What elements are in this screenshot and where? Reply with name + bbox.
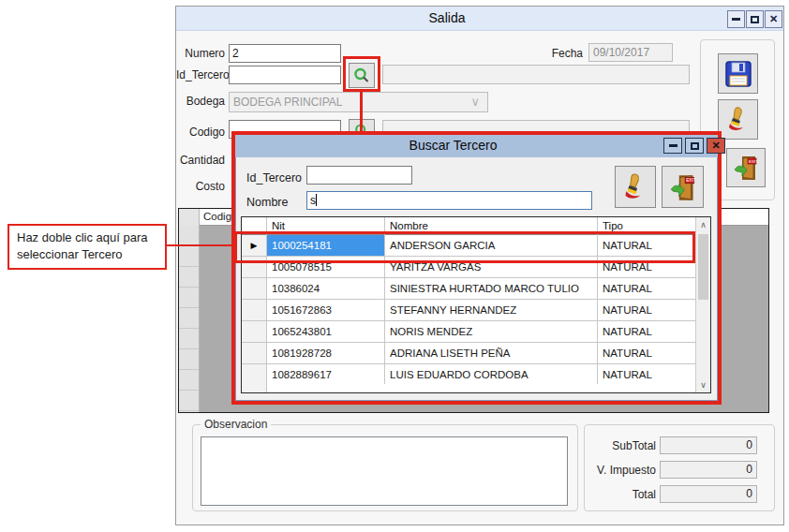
nit-cell[interactable]: 1051672863: [267, 300, 385, 321]
minimize-icon: [669, 144, 677, 147]
scroll-up-icon[interactable]: ∧: [696, 217, 710, 232]
save-button[interactable]: [718, 53, 758, 94]
nit-cell[interactable]: 1065243801: [267, 321, 385, 343]
maximize-icon: [691, 142, 699, 150]
dialog-id-tercero-input[interactable]: [306, 166, 412, 185]
id-tercero-label: Id_Tercero: [176, 68, 225, 81]
row-selector-cell[interactable]: [242, 321, 267, 343]
nombre-cell[interactable]: STEFANNY HERNANDEZ: [385, 300, 598, 321]
dialog-titlebar[interactable]: Buscar Tercero ✕: [235, 135, 718, 157]
numero-input[interactable]: 2: [229, 44, 341, 63]
table-row[interactable]: 1082889617 LUIS EDUARDO CORDOBA NATURAL: [242, 364, 695, 386]
search-button-highlight: [343, 56, 380, 92]
grid-selector-header-cell: [179, 209, 200, 226]
grid-selector-column: [179, 226, 200, 412]
tipo-cell[interactable]: NATURAL: [598, 300, 697, 321]
subtotal-field: 0: [660, 436, 757, 454]
nombre-cell[interactable]: LUIS EDUARDO CORDOBA: [385, 364, 598, 386]
tercero-name-field: [382, 65, 690, 84]
tipo-cell[interactable]: NATURAL: [598, 278, 697, 300]
bodega-selected-value: BODEGA PRINCIPAL: [233, 96, 342, 109]
callout-note: Haz doble clic aquí para seleccionar Ter…: [7, 224, 167, 270]
numero-label: Numero: [178, 47, 225, 60]
bodega-select[interactable]: BODEGA PRINCIPAL ∨: [229, 92, 488, 112]
row-selector-cell[interactable]: [242, 300, 267, 321]
maximize-icon: [751, 16, 759, 23]
chevron-down-icon: ∨: [470, 95, 480, 109]
exit-button[interactable]: EXIT: [726, 148, 766, 187]
table-row[interactable]: 10386024 SINIESTRA HURTADO MARCO TULIO N…: [242, 278, 695, 300]
table-row[interactable]: 1065243801 NORIS MENDEZ NATURAL: [242, 321, 695, 343]
cantidad-label: Cantidad: [176, 154, 225, 167]
exit-door-icon: EXIT: [731, 153, 761, 183]
nombre-cell[interactable]: SINIESTRA HURTADO MARCO TULIO: [385, 278, 598, 300]
tipo-cell[interactable]: NATURAL: [598, 343, 697, 364]
subtotal-label: SubTotal: [592, 439, 656, 452]
table-row[interactable]: 1051672863 STEFANNY HERNANDEZ NATURAL: [242, 300, 695, 321]
total-label: Total: [592, 488, 656, 501]
nombre-cell[interactable]: ADRIANA LISETH PEÑA: [385, 343, 598, 364]
dialog-minimize-button[interactable]: [663, 138, 682, 154]
codigo-label: Codigo: [178, 126, 225, 139]
close-icon: ✕: [711, 140, 720, 151]
row-selector-cell[interactable]: [242, 364, 267, 386]
minimize-button[interactable]: [727, 10, 745, 28]
table-scrollbar[interactable]: ∧ ∨: [695, 217, 710, 392]
salida-titlebar[interactable]: Salida ✕: [176, 7, 783, 31]
observacion-textarea[interactable]: [201, 436, 568, 506]
nit-cell[interactable]: 1081928728: [267, 343, 385, 364]
nit-cell[interactable]: 10386024: [267, 278, 385, 300]
save-floppy-icon: [723, 59, 753, 89]
dialog-nombre-input[interactable]: s: [306, 191, 592, 210]
minimize-icon: [732, 18, 740, 21]
bodega-label: Bodega: [178, 95, 225, 108]
close-button[interactable]: ✕: [765, 10, 782, 28]
fecha-field: 09/10/2017: [588, 43, 673, 62]
row-selector-cell[interactable]: [242, 343, 267, 364]
impuesto-label: V. Impuesto: [592, 464, 656, 477]
dialog-exit-button[interactable]: EXIT: [662, 166, 704, 208]
id-tercero-input[interactable]: [229, 66, 341, 84]
impuesto-field: 0: [660, 461, 757, 479]
partial-empty-row: [242, 384, 695, 392]
costo-label: Costo: [178, 180, 225, 193]
broom-icon: [619, 171, 651, 203]
scroll-down-icon[interactable]: ∨: [696, 377, 710, 392]
row-selector-cell: [242, 384, 267, 392]
dialog-clear-button[interactable]: [615, 166, 656, 208]
scrollbar-thumb[interactable]: [698, 234, 708, 300]
annotation-connector-vertical: [360, 92, 363, 133]
dialog-close-button[interactable]: ✕: [707, 138, 725, 154]
buscar-tercero-dialog: Buscar Tercero ✕ Id_Tercero Nombre s: [231, 131, 722, 405]
text-caret: [316, 194, 317, 206]
selected-row-highlight: [234, 231, 695, 263]
table-row[interactable]: 1081928728 ADRIANA LISETH PEÑA NATURAL: [242, 343, 695, 364]
screen: Salida ✕ Numero 2 Fecha 09/10/2017 Id_Te…: [0, 0, 789, 532]
observacion-label: Observacion: [201, 418, 271, 431]
dialog-maximize-button[interactable]: [685, 138, 704, 154]
tipo-cell[interactable]: NATURAL: [598, 321, 697, 343]
window-title: Salida: [176, 10, 783, 25]
total-field: 0: [660, 485, 757, 503]
callout-connector-line: [167, 244, 234, 246]
svg-text:EXIT: EXIT: [749, 159, 758, 164]
close-icon: ✕: [769, 14, 778, 24]
broom-icon: [723, 105, 753, 135]
tipo-cell[interactable]: NATURAL: [598, 364, 697, 386]
row-selector-cell[interactable]: [242, 278, 267, 300]
fecha-label: Fecha: [531, 47, 583, 60]
totals-groupbox: SubTotal 0 V. Impuesto 0 Total 0: [584, 424, 775, 511]
svg-text:EXIT: EXIT: [686, 178, 696, 183]
exit-door-icon: EXIT: [667, 171, 699, 203]
nombre-cell[interactable]: NORIS MENDEZ: [385, 321, 598, 343]
clear-button[interactable]: [718, 99, 758, 140]
nit-cell[interactable]: 1082889617: [267, 364, 385, 386]
dialog-id-tercero-label: Id_Tercero: [246, 171, 302, 185]
dialog-nombre-label: Nombre: [246, 196, 288, 209]
maximize-button[interactable]: [746, 10, 764, 28]
dialog-title: Buscar Tercero: [235, 138, 718, 153]
